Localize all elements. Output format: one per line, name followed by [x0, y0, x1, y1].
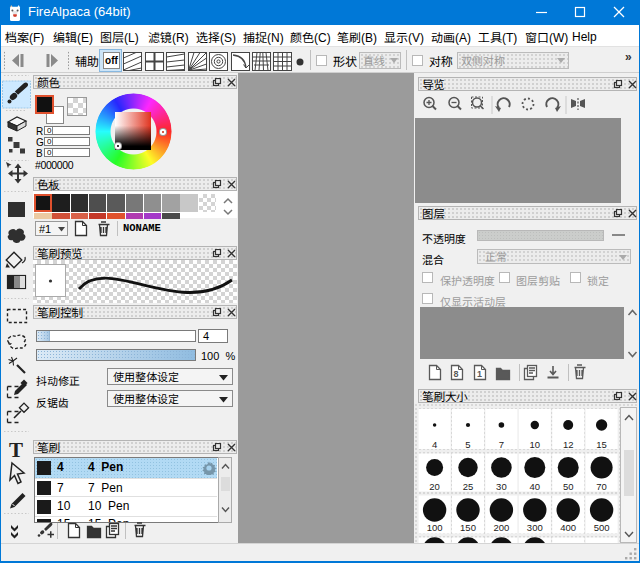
svg-text:25: 25: [463, 481, 474, 492]
svg-text:150: 150: [460, 522, 476, 533]
svg-text:20: 20: [429, 481, 440, 492]
svg-text:40: 40: [530, 481, 541, 492]
svg-text:T: T: [9, 438, 23, 462]
svg-text:8: 8: [454, 369, 459, 379]
svg-text:200: 200: [493, 522, 509, 533]
svg-text:400: 400: [560, 522, 576, 533]
svg-text:12: 12: [563, 439, 574, 450]
svg-text:1: 1: [477, 369, 482, 379]
svg-text:300: 300: [527, 522, 543, 533]
svg-text:7: 7: [499, 439, 504, 450]
svg-text:100: 100: [427, 522, 443, 533]
svg-text:70: 70: [596, 481, 607, 492]
svg-text:50: 50: [563, 481, 574, 492]
svg-text:10: 10: [530, 439, 541, 450]
svg-text:4: 4: [432, 439, 437, 450]
svg-text:30: 30: [496, 481, 507, 492]
svg-text:5: 5: [465, 439, 470, 450]
svg-text:15: 15: [596, 439, 607, 450]
svg-text:500: 500: [594, 522, 610, 533]
